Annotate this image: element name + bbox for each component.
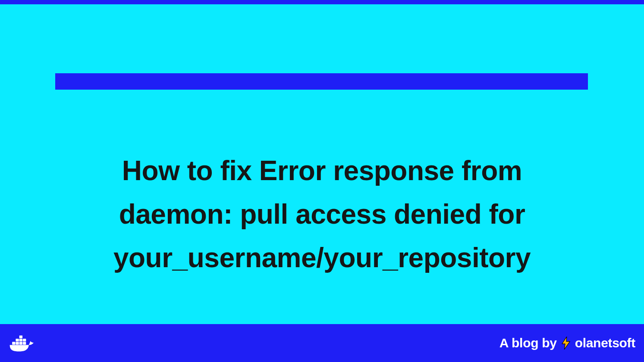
author-name: olanetsoft: [575, 336, 635, 350]
svg-rect-6: [23, 339, 26, 341]
svg-rect-2: [19, 342, 22, 344]
svg-rect-1: [16, 342, 19, 344]
docker-whale-icon: [9, 333, 37, 353]
byline: A blog by olanetsoft: [499, 336, 635, 350]
slide-title: How to fix Error response from daemon: p…: [86, 149, 558, 280]
svg-rect-5: [19, 339, 22, 341]
footer-bar: A blog by olanetsoft: [0, 324, 644, 362]
accent-bar: [55, 73, 588, 90]
svg-rect-0: [12, 342, 15, 344]
bottom-edge-bar: [0, 358, 644, 362]
top-edge-bar: [0, 0, 644, 4]
svg-rect-4: [16, 339, 19, 341]
blog-by-label: A blog by: [499, 336, 557, 350]
lightning-bolt-icon: [561, 337, 571, 350]
svg-rect-3: [23, 342, 26, 344]
svg-rect-7: [19, 336, 22, 338]
main-content: How to fix Error response from daemon: p…: [0, 112, 644, 317]
